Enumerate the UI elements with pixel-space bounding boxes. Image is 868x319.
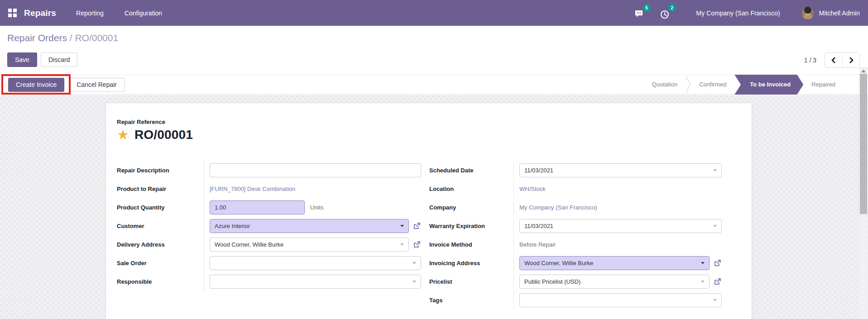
favorite-star-icon[interactable]: ★ (117, 128, 129, 142)
invoicing-address-label: Invoicing Address (429, 260, 513, 267)
product-quantity-input[interactable]: 1.00 (210, 200, 305, 214)
external-link-icon[interactable] (713, 277, 722, 286)
warranty-expiration-select[interactable]: 11/03/2021 (519, 219, 722, 233)
product-quantity-cell: 1.00Units (204, 198, 421, 217)
sale-order-select[interactable] (210, 256, 421, 270)
chevron-down-icon (713, 225, 717, 227)
form-left-group: Repair DescriptionProduct to Repair[FURN… (117, 161, 421, 309)
company-cell: My Company (San Francisco) (513, 198, 722, 217)
delivery-address-cell: Wood Corner, Willie Burke (204, 235, 421, 254)
cancel-repair-button[interactable]: Cancel Repair (69, 78, 125, 92)
app-name[interactable]: Repairs (24, 8, 56, 18)
field-row-responsible: Responsible (117, 272, 421, 291)
breadcrumb-parent-link[interactable]: Repair Orders (7, 33, 67, 43)
nav-menu: Reporting Configuration (76, 10, 162, 17)
pricelist-select[interactable]: Public Pricelist (USD) (519, 275, 710, 289)
location-label: Location (429, 186, 513, 192)
chevron-down-icon (400, 225, 404, 227)
chevron-down-icon (701, 262, 705, 264)
create-invoice-button[interactable]: Create Invoice (8, 78, 64, 92)
external-link-icon[interactable] (412, 240, 421, 249)
warranty-expiration-label: Warranty Expiration (429, 223, 513, 229)
invoice-method-label: Invoice Method (429, 241, 513, 248)
delivery-address-label: Delivery Address (117, 241, 204, 248)
location-cell: WH/Stock (513, 180, 722, 198)
tags-select[interactable] (519, 293, 722, 307)
field-row-company: CompanyMy Company (San Francisco) (429, 198, 722, 217)
field-row-invoice-method: Invoice MethodBefore Repair (429, 235, 722, 254)
field-row-warranty-expiration: Warranty Expiration11/03/2021 (429, 217, 722, 235)
pager-next-button[interactable] (842, 53, 859, 67)
chevron-down-icon (701, 281, 705, 283)
breadcrumb-separator: / (67, 33, 75, 43)
chevron-left-icon (831, 57, 836, 63)
field-row-location: LocationWH/Stock (429, 180, 722, 198)
product-to-repair-link[interactable]: [FURN_7800] Desk Combination (210, 186, 295, 192)
company-link[interactable]: My Company (San Francisco) (519, 204, 597, 211)
activities-icon[interactable]: 2 (660, 7, 672, 19)
avatar[interactable] (801, 6, 815, 20)
invoicing-address-cell: Wood Corner, Willie Burke (513, 254, 722, 272)
external-link-icon[interactable] (412, 222, 421, 230)
repair-description-label: Repair Description (117, 167, 204, 174)
scrollbar-thumb[interactable] (860, 74, 867, 214)
invoice-method-value: Before Repair (519, 241, 556, 248)
tags-label: Tags (429, 297, 513, 304)
save-button[interactable]: Save (7, 52, 37, 67)
messages-badge: 5 (643, 4, 651, 12)
invoicing-address-value: Wood Corner, Willie Burke (524, 260, 593, 267)
messages-icon[interactable]: 5 (635, 7, 647, 19)
chevron-down-icon (400, 243, 404, 246)
customer-select[interactable]: Azure Interior (210, 219, 409, 233)
clock-icon (660, 10, 670, 19)
scheduled-date-cell: 11/03/2021 (513, 161, 722, 180)
scrollbar-up-arrow-icon[interactable] (861, 70, 866, 72)
invoicing-address-select[interactable]: Wood Corner, Willie Burke (519, 256, 710, 270)
action-buttons: Create Invoice Cancel Repair (8, 78, 125, 92)
form-right-group: Scheduled Date11/03/2021LocationWH/Stock… (429, 161, 722, 309)
chevron-down-icon (412, 281, 416, 283)
pager-value[interactable]: 1 / 3 (804, 57, 816, 64)
status-separator-icon (686, 76, 691, 94)
status-step-confirmed[interactable]: Confirmed (691, 75, 734, 95)
vertical-scrollbar[interactable] (859, 67, 868, 319)
external-link-icon[interactable] (713, 259, 722, 267)
chat-bubble-icon (635, 10, 645, 19)
menu-item-reporting[interactable]: Reporting (76, 10, 104, 17)
product-quantity-label: Product Quantity (117, 204, 204, 211)
form-sheet: Repair Reference ★ RO/00001 Repair Descr… (106, 103, 752, 319)
status-bar: Quotation Confirmed To be Invoiced Repai… (644, 75, 844, 95)
product-quantity-uom-label: Units (310, 204, 324, 211)
field-row-tags: Tags (429, 291, 722, 309)
user-menu[interactable]: Mitchell Admin (819, 10, 860, 17)
menu-item-configuration[interactable]: Configuration (125, 10, 162, 17)
status-step-to-be-invoiced[interactable]: To be Invoiced (734, 75, 803, 95)
title-row: ★ RO/00001 (117, 128, 738, 142)
customer-cell: Azure Interior (204, 217, 421, 235)
record-title: RO/00001 (134, 128, 193, 142)
status-step-quotation[interactable]: Quotation (644, 75, 686, 95)
field-row-product-to-repair: Product to Repair[FURN_7800] Desk Combin… (117, 180, 421, 198)
scheduled-date-select[interactable]: 11/03/2021 (519, 163, 722, 177)
warranty-expiration-cell: 11/03/2021 (513, 217, 722, 235)
pricelist-cell: Public Pricelist (USD) (513, 272, 722, 291)
repair-description-input[interactable] (210, 163, 421, 177)
field-row-product-quantity: Product Quantity1.00Units (117, 198, 421, 217)
field-row-repair-description: Repair Description (117, 161, 421, 180)
breadcrumb-current: RO/00001 (75, 33, 118, 43)
field-groups: Repair DescriptionProduct to Repair[FURN… (117, 161, 738, 309)
company-switcher[interactable]: My Company (San Francisco) (696, 10, 780, 17)
status-step-repaired[interactable]: Repaired (803, 75, 844, 95)
responsible-cell (204, 272, 421, 291)
responsible-select[interactable] (210, 275, 421, 289)
control-panel-buttons: Save Discard (7, 52, 77, 67)
delivery-address-select[interactable]: Wood Corner, Willie Burke (210, 238, 409, 252)
chevron-right-icon (849, 57, 854, 63)
activities-badge: 2 (668, 4, 676, 12)
discard-button[interactable]: Discard (41, 52, 77, 67)
apps-grid-icon[interactable] (8, 9, 17, 17)
field-row-invoicing-address: Invoicing AddressWood Corner, Willie Bur… (429, 254, 722, 272)
location-link[interactable]: WH/Stock (519, 186, 546, 192)
pager-previous-button[interactable] (825, 53, 842, 67)
product-quantity-value: 1.00 (215, 204, 226, 211)
